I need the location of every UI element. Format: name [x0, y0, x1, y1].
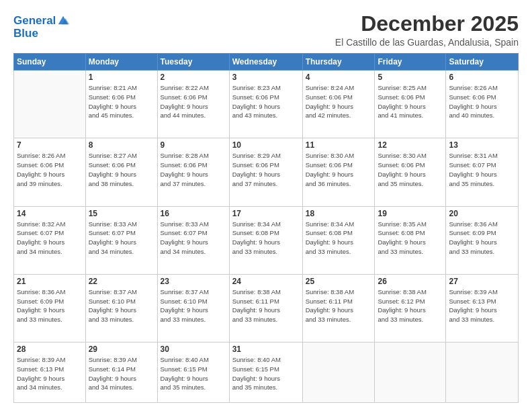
day-number: 9: [161, 140, 226, 150]
calendar-day: 11Sunrise: 8:30 AM Sunset: 6:06 PM Dayli…: [302, 138, 375, 206]
day-info: Sunrise: 8:39 AM Sunset: 6:14 PM Dayligh…: [89, 355, 154, 392]
day-number: 21: [17, 277, 83, 286]
day-info: Sunrise: 8:31 AM Sunset: 6:07 PM Dayligh…: [449, 151, 515, 188]
day-number: 10: [232, 140, 300, 150]
calendar-day: 21Sunrise: 8:36 AM Sunset: 6:09 PM Dayli…: [14, 274, 86, 342]
day-number: 31: [232, 345, 300, 354]
logo-text2: Blue: [13, 28, 69, 40]
day-info: Sunrise: 8:37 AM Sunset: 6:10 PM Dayligh…: [89, 287, 154, 324]
logo-text: General: [13, 15, 56, 28]
day-number: 18: [306, 209, 372, 218]
day-info: Sunrise: 8:34 AM Sunset: 6:08 PM Dayligh…: [232, 220, 300, 257]
day-info: Sunrise: 8:30 AM Sunset: 6:06 PM Dayligh…: [306, 151, 372, 188]
day-info: Sunrise: 8:33 AM Sunset: 6:07 PM Dayligh…: [89, 220, 154, 257]
calendar-day: [14, 71, 86, 138]
title-block: December 2025 El Castillo de las Guardas…: [335, 12, 519, 48]
calendar-day: 15Sunrise: 8:33 AM Sunset: 6:07 PM Dayli…: [85, 206, 157, 274]
calendar-day: 23Sunrise: 8:37 AM Sunset: 6:10 PM Dayli…: [157, 274, 229, 342]
calendar-day: 20Sunrise: 8:36 AM Sunset: 6:09 PM Dayli…: [446, 206, 519, 274]
day-info: Sunrise: 8:38 AM Sunset: 6:11 PM Dayligh…: [306, 287, 372, 324]
calendar-day: [446, 342, 519, 403]
calendar-day: 16Sunrise: 8:33 AM Sunset: 6:07 PM Dayli…: [157, 206, 229, 274]
calendar-week-4: 21Sunrise: 8:36 AM Sunset: 6:09 PM Dayli…: [14, 274, 519, 342]
day-info: Sunrise: 8:25 AM Sunset: 6:06 PM Dayligh…: [378, 83, 443, 120]
calendar-day: 13Sunrise: 8:31 AM Sunset: 6:07 PM Dayli…: [446, 138, 519, 206]
day-number: 29: [89, 345, 154, 354]
calendar-day: 26Sunrise: 8:38 AM Sunset: 6:12 PM Dayli…: [375, 274, 446, 342]
day-info: Sunrise: 8:38 AM Sunset: 6:11 PM Dayligh…: [232, 287, 300, 324]
day-info: Sunrise: 8:33 AM Sunset: 6:07 PM Dayligh…: [161, 220, 226, 257]
day-number: 28: [17, 345, 83, 354]
calendar-day: 30Sunrise: 8:40 AM Sunset: 6:15 PM Dayli…: [157, 342, 229, 403]
weekday-header-saturday: Saturday: [446, 54, 519, 71]
calendar-day: 24Sunrise: 8:38 AM Sunset: 6:11 PM Dayli…: [229, 274, 302, 342]
calendar-day: 25Sunrise: 8:38 AM Sunset: 6:11 PM Dayli…: [302, 274, 375, 342]
weekday-header-wednesday: Wednesday: [229, 54, 302, 71]
day-number: 12: [378, 140, 443, 150]
page: General Blue December 2025 El Castillo d…: [0, 0, 532, 411]
day-info: Sunrise: 8:39 AM Sunset: 6:13 PM Dayligh…: [17, 355, 83, 392]
calendar-day: 3Sunrise: 8:23 AM Sunset: 6:06 PM Daylig…: [229, 71, 302, 138]
calendar-day: [302, 342, 375, 403]
day-number: 7: [17, 140, 83, 150]
day-number: 27: [449, 277, 515, 286]
header: General Blue December 2025 El Castillo d…: [13, 12, 519, 48]
day-info: Sunrise: 8:29 AM Sunset: 6:06 PM Dayligh…: [232, 151, 300, 188]
logo-icon: [57, 14, 69, 26]
day-number: 24: [232, 277, 300, 286]
calendar-day: 8Sunrise: 8:27 AM Sunset: 6:06 PM Daylig…: [85, 138, 157, 206]
calendar-day: 9Sunrise: 8:28 AM Sunset: 6:06 PM Daylig…: [157, 138, 229, 206]
day-info: Sunrise: 8:40 AM Sunset: 6:15 PM Dayligh…: [232, 355, 300, 392]
weekday-header-thursday: Thursday: [302, 54, 375, 71]
day-info: Sunrise: 8:32 AM Sunset: 6:07 PM Dayligh…: [17, 220, 83, 257]
day-number: 4: [306, 73, 372, 82]
day-info: Sunrise: 8:26 AM Sunset: 6:06 PM Dayligh…: [17, 151, 83, 188]
day-number: 20: [449, 209, 515, 218]
calendar-day: 6Sunrise: 8:26 AM Sunset: 6:06 PM Daylig…: [446, 71, 519, 138]
day-number: 15: [89, 209, 154, 218]
day-number: 3: [232, 73, 300, 82]
day-number: 14: [17, 209, 83, 218]
day-number: 1: [89, 73, 154, 82]
day-number: 2: [161, 73, 226, 82]
day-info: Sunrise: 8:21 AM Sunset: 6:06 PM Dayligh…: [89, 83, 154, 120]
calendar: SundayMondayTuesdayWednesdayThursdayFrid…: [13, 53, 519, 403]
calendar-day: 7Sunrise: 8:26 AM Sunset: 6:06 PM Daylig…: [14, 138, 86, 206]
weekday-header-row: SundayMondayTuesdayWednesdayThursdayFrid…: [14, 54, 519, 71]
day-number: 16: [161, 209, 226, 218]
calendar-day: 5Sunrise: 8:25 AM Sunset: 6:06 PM Daylig…: [375, 71, 446, 138]
day-number: 25: [306, 277, 372, 286]
day-number: 17: [232, 209, 300, 218]
weekday-header-sunday: Sunday: [14, 54, 86, 71]
calendar-day: 2Sunrise: 8:22 AM Sunset: 6:06 PM Daylig…: [157, 71, 229, 138]
calendar-day: 27Sunrise: 8:39 AM Sunset: 6:13 PM Dayli…: [446, 274, 519, 342]
day-info: Sunrise: 8:38 AM Sunset: 6:12 PM Dayligh…: [378, 287, 443, 324]
calendar-day: 12Sunrise: 8:30 AM Sunset: 6:06 PM Dayli…: [375, 138, 446, 206]
day-number: 11: [306, 140, 372, 150]
day-info: Sunrise: 8:40 AM Sunset: 6:15 PM Dayligh…: [161, 355, 226, 392]
day-info: Sunrise: 8:34 AM Sunset: 6:08 PM Dayligh…: [306, 220, 372, 257]
day-number: 8: [89, 140, 154, 150]
weekday-header-tuesday: Tuesday: [157, 54, 229, 71]
calendar-day: 17Sunrise: 8:34 AM Sunset: 6:08 PM Dayli…: [229, 206, 302, 274]
calendar-week-1: 1Sunrise: 8:21 AM Sunset: 6:06 PM Daylig…: [14, 71, 519, 138]
day-info: Sunrise: 8:24 AM Sunset: 6:06 PM Dayligh…: [306, 83, 372, 120]
day-info: Sunrise: 8:36 AM Sunset: 6:09 PM Dayligh…: [17, 287, 83, 324]
day-number: 30: [161, 345, 226, 354]
day-info: Sunrise: 8:39 AM Sunset: 6:13 PM Dayligh…: [449, 287, 515, 324]
day-info: Sunrise: 8:23 AM Sunset: 6:06 PM Dayligh…: [232, 83, 300, 120]
calendar-day: 1Sunrise: 8:21 AM Sunset: 6:06 PM Daylig…: [85, 71, 157, 138]
calendar-week-5: 28Sunrise: 8:39 AM Sunset: 6:13 PM Dayli…: [14, 342, 519, 403]
calendar-day: 10Sunrise: 8:29 AM Sunset: 6:06 PM Dayli…: [229, 138, 302, 206]
calendar-day: 19Sunrise: 8:35 AM Sunset: 6:08 PM Dayli…: [375, 206, 446, 274]
day-number: 13: [449, 140, 515, 150]
day-info: Sunrise: 8:37 AM Sunset: 6:10 PM Dayligh…: [161, 287, 226, 324]
day-info: Sunrise: 8:30 AM Sunset: 6:06 PM Dayligh…: [378, 151, 443, 188]
calendar-day: [375, 342, 446, 403]
day-number: 5: [378, 73, 443, 82]
day-number: 23: [161, 277, 226, 286]
calendar-day: 18Sunrise: 8:34 AM Sunset: 6:08 PM Dayli…: [302, 206, 375, 274]
day-info: Sunrise: 8:26 AM Sunset: 6:06 PM Dayligh…: [449, 83, 515, 120]
day-info: Sunrise: 8:28 AM Sunset: 6:06 PM Dayligh…: [161, 151, 226, 188]
calendar-day: 28Sunrise: 8:39 AM Sunset: 6:13 PM Dayli…: [14, 342, 86, 403]
